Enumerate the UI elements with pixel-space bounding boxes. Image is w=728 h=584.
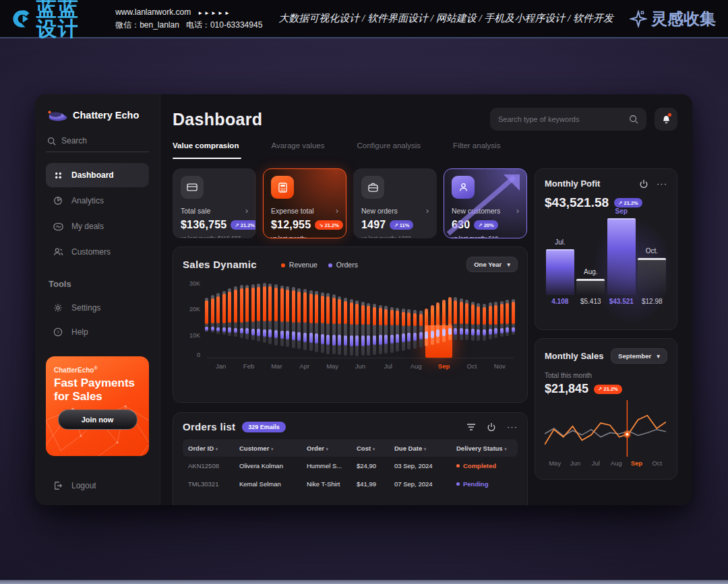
cell-due-date: 03 Sep, 2024	[394, 462, 456, 469]
cell-customer: Olivera Kolman	[239, 462, 307, 469]
trend-badge: ↗ 21.2%	[614, 198, 642, 207]
sidebar-item-settings[interactable]: Settings	[46, 296, 149, 320]
sidebar-item-my-deals[interactable]: My deals	[46, 214, 149, 238]
more-options-icon[interactable]: ···	[657, 179, 667, 189]
stat-title: New customers	[452, 207, 500, 215]
eq-bar	[442, 279, 446, 358]
sidebar-item-help[interactable]: ? Help	[46, 320, 149, 344]
banner-site: www.lanlanwork.com	[115, 7, 191, 17]
cell-customer: Kemal Selman	[239, 480, 307, 488]
stat-value: 1497	[361, 219, 386, 231]
eq-bar	[222, 279, 226, 358]
col-delivery-status[interactable]: Delivery Status ▾	[456, 445, 528, 452]
calculator-icon	[271, 176, 294, 199]
sidebar-item-analytics[interactable]: Analytics	[46, 189, 149, 213]
keyword-search-input[interactable]	[498, 115, 629, 123]
orders-list-title: Orders list	[183, 421, 235, 432]
monthly-profit-title: Monthly Pofit	[545, 179, 600, 189]
tab-avarage-values[interactable]: Avarage values	[271, 141, 324, 158]
more-options-icon[interactable]: ···	[507, 422, 518, 432]
table-row[interactable]: TML30321 Kemal Selman Nike T-Shirt $41,9…	[183, 475, 518, 493]
monthly-profit-value: $43,521.58	[545, 195, 609, 210]
filter-icon[interactable]	[466, 423, 476, 431]
stat-card-new-orders[interactable]: New orders› 1497 ↗ 11% vs last month: 13…	[353, 168, 437, 238]
legend-revenue: Revenue	[281, 261, 317, 269]
promo-title: Fast Payments for Sales	[54, 377, 135, 403]
eq-bar	[326, 279, 330, 358]
export-icon[interactable]	[639, 179, 648, 189]
eq-bar	[350, 279, 353, 358]
stat-value: $12,955	[271, 219, 311, 231]
month-selector[interactable]: September▾	[611, 348, 667, 364]
keyword-search[interactable]	[490, 108, 646, 131]
logout-icon	[53, 481, 63, 490]
total-this-month-label: Total this month	[545, 372, 667, 379]
range-selector[interactable]: One Year▾	[466, 257, 518, 272]
sidebar: Chattery Echo Dashboard	[35, 94, 160, 505]
eq-bar	[303, 279, 307, 358]
stat-value: $136,755	[181, 219, 226, 231]
dashboard-app-window: Chattery Echo Dashboard	[35, 94, 692, 505]
eq-bar	[338, 279, 341, 358]
chevron-right-icon: ›	[336, 206, 338, 216]
logout-button[interactable]: Logout	[46, 477, 149, 494]
tab-value-comprasion[interactable]: Value comprasion	[173, 141, 239, 158]
eq-bar	[292, 279, 295, 358]
search-icon	[47, 137, 56, 145]
eq-bar	[268, 279, 272, 358]
sidebar-item-customers[interactable]: Customers	[46, 240, 149, 264]
tab-bar: Value comprasion Avarage values Configur…	[173, 141, 677, 158]
stat-card-total-sale[interactable]: Total sale› $136,755 ↗ 21.2% vs last mon…	[173, 168, 256, 238]
chattery-echo-logo-icon	[47, 109, 67, 121]
col-order-id[interactable]: Order ID ▾	[188, 445, 239, 452]
tab-configure-analysis[interactable]: Configure analysis	[357, 141, 421, 158]
eq-bar	[390, 279, 394, 358]
eq-bar	[500, 279, 504, 358]
orders-list-panel: Orders list 329 Emails ···	[173, 412, 528, 505]
lanlan-logo-icon	[12, 6, 31, 32]
eq-bar	[344, 279, 347, 358]
app-logo: Chattery Echo	[46, 109, 149, 121]
notifications-button[interactable]	[655, 108, 677, 131]
deals-icon	[53, 222, 63, 231]
eq-bar	[245, 279, 249, 358]
sidebar-search-input[interactable]	[61, 136, 135, 145]
sales-dynamic-panel: Sales Dynamic Revenue Orders One Year▾ 3…	[173, 247, 528, 403]
eq-bar	[506, 279, 509, 358]
eq-bar	[419, 279, 423, 358]
tab-filter-analysis[interactable]: Filter analysis	[453, 141, 500, 158]
help-icon: ?	[53, 327, 63, 337]
eq-bar	[315, 279, 318, 358]
eq-bar	[361, 279, 365, 358]
chevron-right-icon: ›	[245, 206, 248, 216]
eq-bar	[465, 279, 468, 358]
eq-bar	[234, 279, 237, 358]
stat-card-new-customers[interactable]: New customers› 630 ↗ 20% vs last month: …	[444, 168, 527, 238]
eq-bar	[216, 279, 220, 358]
bar-sep: Sep	[607, 216, 636, 295]
banner-wechat: 微信：ben_lanlan	[115, 20, 179, 30]
sales-x-axis: May Jun Jul Aug Sep Oct	[545, 459, 667, 467]
stat-vs-last-month: vs last month: 1332	[361, 235, 422, 238]
stat-card-expense-total[interactable]: Expense total› $12,955 ↘ 21.2% vs last m…	[263, 168, 346, 238]
eq-bar	[321, 279, 324, 358]
cell-due-date: 07 Sep, 2024	[394, 480, 456, 488]
cell-cost: $41,99	[357, 480, 394, 488]
collect-label: 灵感收集	[651, 8, 716, 30]
col-order[interactable]: Order ▾	[307, 445, 357, 452]
pie-chart-icon	[53, 196, 63, 205]
sidebar-item-dashboard[interactable]: Dashboard	[46, 163, 149, 187]
eq-bar	[396, 279, 399, 358]
col-cost[interactable]: Cost ▾	[357, 445, 394, 452]
promo-card: ChatterEcho® Fast Payments for Sales Joi…	[46, 356, 149, 456]
sidebar-search[interactable]	[46, 136, 149, 152]
col-due-date[interactable]: Due Date ▾	[394, 445, 456, 452]
user-icon	[452, 176, 475, 199]
eq-bar	[280, 279, 284, 358]
chart-legend: Revenue Orders	[281, 261, 358, 269]
equalizer-plot	[207, 279, 514, 358]
table-row[interactable]: AKN12508 Olivera Kolman Hummel S... $24,…	[183, 457, 518, 475]
export-icon[interactable]	[487, 422, 496, 432]
col-customer[interactable]: Customer ▾	[239, 445, 307, 452]
join-now-button[interactable]: Join now	[58, 410, 138, 430]
